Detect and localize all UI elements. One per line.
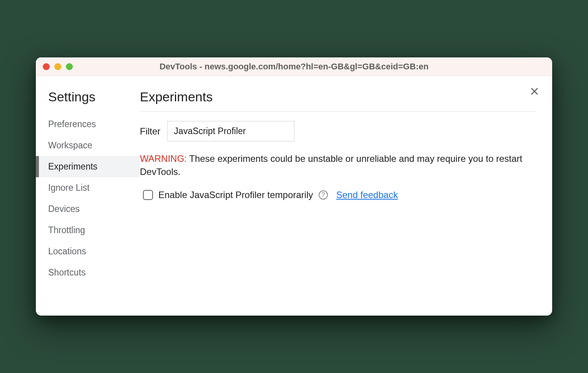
experiment-row: Enable JavaScript Profiler temporarily ?… — [140, 190, 537, 200]
devtools-window: DevTools - news.google.com/home?hl=en-GB… — [36, 57, 552, 316]
warning-label: WARNING: — [140, 153, 187, 164]
filter-row: Filter — [140, 121, 537, 141]
experiment-checkbox[interactable] — [143, 190, 153, 200]
send-feedback-link[interactable]: Send feedback — [336, 190, 398, 200]
close-icon — [530, 87, 539, 96]
close-window-button[interactable] — [43, 63, 50, 70]
sidebar-item-shortcuts[interactable]: Shortcuts — [36, 262, 140, 283]
close-settings-button[interactable] — [528, 85, 541, 97]
help-icon[interactable]: ? — [319, 190, 328, 200]
filter-label: Filter — [140, 126, 160, 137]
window-title: DevTools - news.google.com/home?hl=en-GB… — [160, 62, 428, 72]
warning-text: WARNING: These experiments could be unst… — [140, 152, 537, 178]
window-body: Settings Preferences Workspace Experimen… — [36, 76, 552, 316]
sidebar-item-preferences[interactable]: Preferences — [36, 114, 140, 135]
warning-body: These experiments could be unstable or u… — [140, 153, 522, 177]
sidebar-item-workspace[interactable]: Workspace — [36, 135, 140, 156]
experiment-label: Enable JavaScript Profiler temporarily — [158, 190, 313, 200]
sidebar-item-ignore-list[interactable]: Ignore List — [36, 177, 140, 198]
sidebar-item-locations[interactable]: Locations — [36, 241, 140, 262]
zoom-window-button[interactable] — [66, 63, 73, 70]
minimize-window-button[interactable] — [54, 63, 61, 70]
traffic-lights — [43, 63, 73, 70]
settings-sidebar: Settings Preferences Workspace Experimen… — [36, 76, 140, 316]
sidebar-item-experiments[interactable]: Experiments — [36, 156, 140, 177]
sidebar-item-throttling[interactable]: Throttling — [36, 220, 140, 241]
panel-title: Experiments — [140, 89, 537, 112]
main-panel: Experiments Filter WARNING: These experi… — [140, 76, 552, 316]
settings-title: Settings — [36, 89, 140, 104]
titlebar: DevTools - news.google.com/home?hl=en-GB… — [36, 57, 552, 76]
sidebar-item-devices[interactable]: Devices — [36, 198, 140, 220]
filter-input[interactable] — [167, 121, 294, 141]
